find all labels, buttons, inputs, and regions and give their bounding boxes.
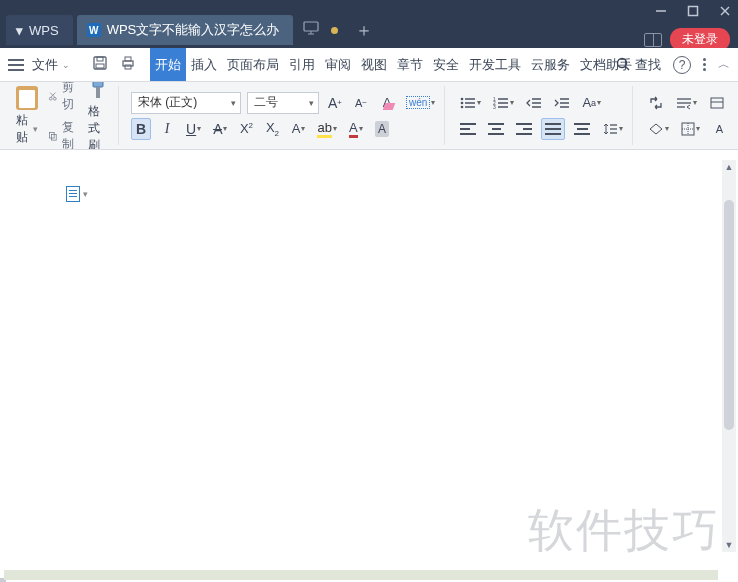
search-button[interactable]: 查找 [616, 56, 661, 74]
highlight-button[interactable]: ab▾ [314, 118, 339, 140]
shrink-font-button[interactable]: A− [351, 92, 371, 114]
file-menu[interactable]: 文件 ⌄ [32, 56, 70, 74]
menu-bar: 文件 ⌄ 开始 插入 页面布局 引用 审阅 视图 章节 安全 开发工具 云服务 … [0, 48, 738, 82]
svg-rect-4 [304, 22, 318, 31]
status-bar [4, 570, 718, 580]
tab-review[interactable]: 审阅 [320, 48, 356, 81]
collapse-ribbon-icon[interactable]: ︿ [718, 56, 730, 73]
layout-icon[interactable] [644, 33, 662, 47]
new-tab-button[interactable]: ＋ [350, 16, 378, 44]
scroll-thumb[interactable] [724, 200, 734, 430]
change-case-button[interactable]: Aa▾ [579, 92, 604, 114]
shading-button[interactable]: ▾ [645, 118, 672, 140]
line-spacing-button[interactable]: ▾ [599, 118, 626, 140]
font-size-select[interactable]: 二号▾ [247, 92, 319, 114]
svg-point-13 [618, 59, 627, 68]
page-options-button[interactable]: ▾ [66, 186, 88, 202]
svg-rect-48 [711, 98, 723, 108]
underline-button[interactable]: U▾ [183, 118, 204, 140]
hamburger-icon[interactable] [8, 59, 24, 71]
numbering-button[interactable]: 123▾ [490, 92, 517, 114]
svg-line-14 [626, 67, 630, 71]
align-center-button[interactable] [485, 118, 507, 140]
save-icon[interactable] [92, 55, 108, 74]
tab-chapter[interactable]: 章节 [392, 48, 428, 81]
distributed-align-button[interactable] [571, 118, 593, 140]
paste-label: 粘贴 [16, 112, 31, 146]
subscript-button[interactable]: X2 [262, 118, 282, 140]
decrease-indent-button[interactable] [523, 92, 545, 114]
sort-button[interactable]: A [709, 118, 729, 140]
font-color-button[interactable]: A▾ [346, 118, 366, 140]
paste-button[interactable]: 粘贴▾ [12, 84, 42, 148]
align-right-button[interactable] [513, 118, 535, 140]
svg-rect-9 [96, 64, 104, 68]
copy-label: 复制 [62, 119, 78, 151]
increase-indent-button[interactable] [551, 92, 573, 114]
find-replace-button[interactable] [645, 92, 667, 114]
clear-format-button[interactable]: A [377, 92, 397, 114]
close-button[interactable] [716, 2, 734, 20]
scroll-up-icon[interactable]: ▲ [722, 160, 736, 174]
tabs-button[interactable] [706, 92, 728, 114]
svg-point-16 [53, 97, 56, 100]
svg-line-18 [50, 92, 55, 97]
paragraph-settings-button[interactable]: ▾ [673, 92, 700, 114]
phonetic-label: wén [406, 96, 430, 109]
svg-rect-22 [96, 87, 100, 98]
document-tab[interactable]: W WPS文字不能输入汉字怎么办 [77, 15, 294, 45]
text-effects-button[interactable]: A▾ [288, 118, 308, 140]
maximize-button[interactable] [684, 2, 702, 20]
char-shading-button[interactable]: A [372, 118, 392, 140]
wps-logo-icon: ▾ [16, 23, 23, 38]
home-tab[interactable]: ▾ WPS [6, 15, 73, 45]
font-family-select[interactable]: 宋体 (正文)▾ [131, 92, 241, 114]
more-icon[interactable] [703, 58, 706, 71]
document-canvas[interactable] [0, 150, 738, 578]
help-icon[interactable]: ? [673, 56, 691, 74]
tab-page-layout[interactable]: 页面布局 [222, 48, 284, 81]
phonetic-guide-button[interactable]: wén▾ [403, 92, 438, 114]
cut-button[interactable]: 剪切 [48, 82, 78, 113]
bold-button[interactable]: B [131, 118, 151, 140]
svg-rect-1 [689, 7, 698, 16]
tab-start[interactable]: 开始 [150, 48, 186, 81]
brush-icon [88, 82, 108, 101]
scroll-down-icon[interactable]: ▼ [722, 538, 736, 552]
borders-button[interactable]: ▾ [678, 118, 703, 140]
title-bar: ▾ WPS W WPS文字不能输入汉字怎么办 ＋ 未登录 [0, 0, 738, 48]
vertical-scrollbar[interactable]: ▲ ▼ [722, 160, 736, 552]
bullets-button[interactable]: ▾ [457, 92, 484, 114]
tab-security[interactable]: 安全 [428, 48, 464, 81]
tab-insert[interactable]: 插入 [186, 48, 222, 81]
italic-button[interactable]: I [157, 118, 177, 140]
format-painter-button[interactable]: 格式刷 [84, 82, 112, 150]
search-icon [616, 57, 631, 72]
svg-rect-19 [49, 132, 54, 137]
svg-point-15 [49, 97, 52, 100]
font-family-value: 宋体 (正文) [138, 94, 197, 111]
strikethrough-button[interactable]: A▾ [210, 118, 230, 140]
align-justify-button[interactable] [541, 118, 565, 140]
tab-view[interactable]: 视图 [356, 48, 392, 81]
caret-down-icon: ▾ [83, 189, 88, 199]
print-icon[interactable] [120, 55, 136, 74]
svg-point-24 [461, 101, 464, 104]
caret-down-icon: ⌄ [62, 60, 70, 70]
tab-references[interactable]: 引用 [284, 48, 320, 81]
minimize-button[interactable] [652, 2, 670, 20]
ribbon-tabs: 开始 插入 页面布局 引用 审阅 视图 章节 安全 开发工具 云服务 文档助手 [150, 48, 637, 81]
svg-rect-21 [93, 82, 103, 87]
svg-text:3: 3 [493, 104, 496, 110]
svg-point-25 [461, 105, 464, 108]
svg-line-17 [51, 92, 56, 97]
grow-font-button[interactable]: A+ [325, 92, 345, 114]
tab-cloud[interactable]: 云服务 [526, 48, 575, 81]
paste-icon [16, 86, 38, 110]
align-left-button[interactable] [457, 118, 479, 140]
svg-point-23 [461, 97, 464, 100]
superscript-button[interactable]: X2 [236, 118, 256, 140]
copy-button[interactable]: 复制 [48, 119, 78, 151]
present-icon[interactable] [303, 21, 319, 39]
tab-dev-tools[interactable]: 开发工具 [464, 48, 526, 81]
